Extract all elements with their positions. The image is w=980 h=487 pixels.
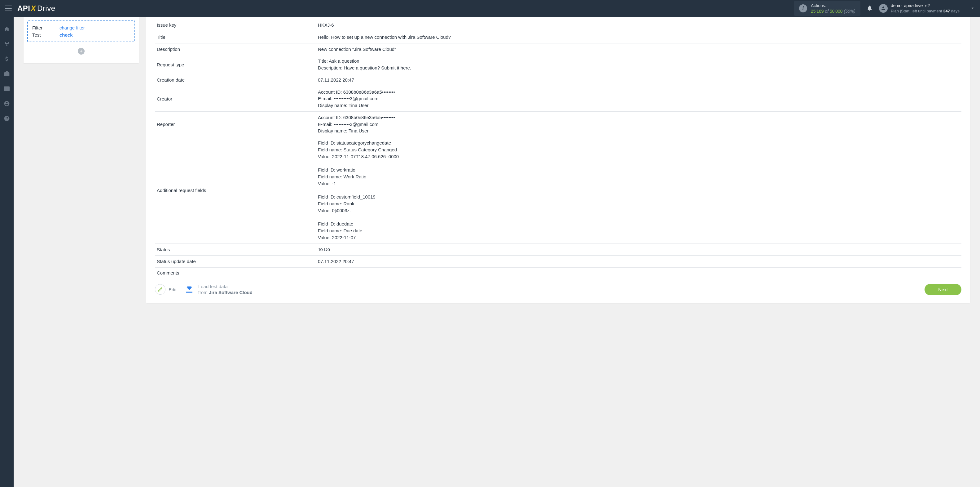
- row-key: Creator: [155, 86, 316, 111]
- row-key: Status: [155, 244, 316, 255]
- table-row: Creation date07.11.2022 20:47: [155, 74, 961, 86]
- row-value: New connection "Jira Software Cloud": [316, 43, 961, 55]
- sidebar-billing-icon[interactable]: [3, 55, 11, 63]
- table-row: Request typeTitle: Ask a question Descri…: [155, 55, 961, 74]
- next-button[interactable]: Next: [924, 284, 961, 295]
- sidebar-help-icon[interactable]: [3, 115, 11, 122]
- row-key: Additional request fields: [155, 137, 316, 244]
- download-icon: [184, 284, 194, 295]
- pencil-icon: [155, 284, 165, 295]
- row-key: Creation date: [155, 74, 316, 86]
- row-key: Status update date: [155, 255, 316, 268]
- logo[interactable]: API X Drive: [18, 4, 56, 13]
- row-value: Title: Ask a question Description: Have …: [316, 55, 961, 74]
- row-value: Account ID: 6308b0e86e3a6a5•••••••• E-ma…: [316, 111, 961, 137]
- actions-of: of: [825, 9, 829, 14]
- row-key: Description: [155, 43, 316, 55]
- edit-label: Edit: [169, 287, 177, 292]
- sidebar-account-icon[interactable]: [3, 100, 11, 107]
- filter-link[interactable]: change filter: [59, 25, 85, 30]
- filter-label: Filter: [32, 25, 59, 30]
- data-panel: Issue keyHKXJ-6TitleHello! How to set up…: [146, 17, 970, 303]
- row-key: Title: [155, 31, 316, 43]
- info-icon: i: [799, 4, 807, 13]
- user-name: demo_apix-drive_s2: [891, 3, 959, 8]
- row-value: 07.11.2022 20:47: [316, 74, 961, 86]
- user-text: demo_apix-drive_s2 Plan |Start| left unt…: [891, 3, 959, 14]
- row-value: Field ID: statuscategorychangedate Field…: [316, 137, 961, 244]
- sidebar-connections-icon[interactable]: [3, 40, 11, 48]
- test-link[interactable]: check: [59, 32, 73, 38]
- table-row: DescriptionNew connection "Jira Software…: [155, 43, 961, 55]
- row-value: Account ID: 6308b0e86e3a6a5•••••••• E-ma…: [316, 86, 961, 111]
- data-table: Issue keyHKXJ-6TitleHello! How to set up…: [155, 19, 961, 278]
- logo-x: X: [31, 4, 36, 13]
- bell-icon[interactable]: [867, 5, 873, 12]
- row-value: Hello! How to set up a new connection wi…: [316, 31, 961, 43]
- row-key: Issue key: [155, 19, 316, 31]
- app-header: API X Drive i Actions: 25'169 of 50'000 …: [0, 0, 980, 17]
- menu-icon[interactable]: [5, 6, 12, 11]
- chevron-down-icon[interactable]: [970, 6, 975, 11]
- sidebar-briefcase-icon[interactable]: [3, 70, 11, 78]
- row-value: 07.11.2022 20:47: [316, 255, 961, 268]
- table-row: StatusTo Do: [155, 244, 961, 255]
- add-step-button[interactable]: +: [78, 48, 84, 54]
- row-value: To Do: [316, 244, 961, 255]
- sidebar-home-icon[interactable]: [3, 26, 11, 33]
- test-label: Test: [32, 32, 59, 38]
- edit-button[interactable]: Edit: [155, 284, 177, 295]
- table-row: Comments: [155, 267, 961, 278]
- panel-footer: Edit Load test data from Jira Software C…: [155, 284, 961, 295]
- table-row: Issue keyHKXJ-6: [155, 19, 961, 31]
- actions-label: Actions:: [811, 3, 856, 8]
- sidebar-nav: [0, 17, 14, 313]
- table-row: Additional request fieldsField ID: statu…: [155, 137, 961, 244]
- row-key: Request type: [155, 55, 316, 74]
- actions-used: 25'169: [811, 9, 824, 14]
- table-row: CreatorAccount ID: 6308b0e86e3a6a5••••••…: [155, 86, 961, 111]
- step-box[interactable]: Filter change filter Test check: [27, 21, 135, 42]
- table-row: TitleHello! How to set up a new connecti…: [155, 31, 961, 43]
- steps-panel: Filter change filter Test check +: [24, 17, 139, 63]
- logo-api: API: [18, 4, 30, 13]
- user-avatar-icon: [879, 4, 888, 13]
- table-row: ReporterAccount ID: 6308b0e86e3a6a5•••••…: [155, 111, 961, 137]
- user-block[interactable]: demo_apix-drive_s2 Plan |Start| left unt…: [879, 3, 959, 14]
- load-test-data[interactable]: Load test data from Jira Software Cloud: [184, 284, 253, 295]
- user-plan: Plan |Start| left until payment 347 days: [891, 9, 959, 14]
- table-row: Status update date07.11.2022 20:47: [155, 255, 961, 268]
- actions-box[interactable]: i Actions: 25'169 of 50'000 (50%): [794, 1, 861, 16]
- actions-total: 50'000: [830, 9, 843, 14]
- actions-pct: (50%): [844, 9, 856, 14]
- row-value: HKXJ-6: [316, 19, 961, 31]
- row-value: [316, 267, 961, 278]
- load-text: Load test data from Jira Software Cloud: [198, 284, 253, 295]
- logo-drive: Drive: [37, 4, 56, 13]
- sidebar-video-icon[interactable]: [3, 85, 11, 93]
- row-key: Reporter: [155, 111, 316, 137]
- row-key: Comments: [155, 267, 316, 278]
- actions-text: Actions: 25'169 of 50'000 (50%): [811, 3, 856, 14]
